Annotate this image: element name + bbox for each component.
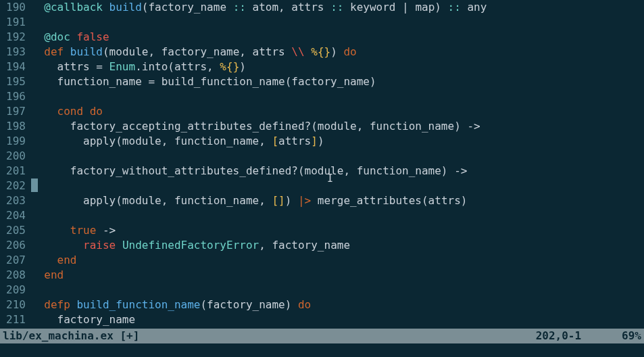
code-line[interactable]: factory_accepting_attributes_defined?(mo… — [31, 119, 644, 134]
code-area[interactable]: @callback build(factory_name :: atom, at… — [30, 0, 644, 327]
code-line[interactable] — [31, 149, 644, 164]
code-token: function_name = build_function_name(fact… — [31, 75, 376, 88]
line-number: 196 — [0, 89, 26, 104]
code-token: do — [90, 105, 103, 118]
code-token — [31, 224, 70, 237]
code-token: (module, factory_name, attrs — [103, 45, 291, 58]
code-token: \\ — [291, 45, 304, 58]
editor-viewport[interactable]: 1901911921931941951961971981992002012022… — [0, 0, 644, 327]
code-token: any — [461, 1, 487, 14]
code-token: end — [44, 268, 64, 281]
code-line[interactable]: end — [31, 253, 644, 268]
code-line[interactable]: @doc false — [31, 30, 644, 45]
code-line[interactable] — [31, 283, 644, 298]
line-number: 199 — [0, 134, 26, 149]
command-line[interactable] — [0, 343, 644, 357]
code-line[interactable]: factory_without_attributes_defined?(modu… — [31, 164, 644, 178]
line-number: 207 — [0, 253, 26, 268]
code-token: @callback — [31, 1, 103, 14]
code-line[interactable]: function_name = build_function_name(fact… — [31, 74, 644, 89]
line-number: 201 — [0, 164, 26, 178]
code-token: :: — [233, 1, 246, 14]
code-token: [ — [272, 135, 278, 147]
code-token: %{} — [220, 60, 239, 73]
code-token: factory_name — [31, 313, 135, 326]
line-number: 202 — [0, 178, 26, 193]
code-token — [70, 298, 77, 311]
code-token: ) — [330, 45, 343, 58]
code-token: defp — [44, 298, 70, 311]
status-bar: lib/ex_machina.ex [+] 202,0-1 69% — [0, 329, 644, 343]
code-line[interactable]: defp build_function_name(factory_name) d… — [31, 298, 644, 312]
code-token: merge_attributes(attrs) — [311, 194, 467, 207]
code-token: true — [70, 224, 97, 237]
code-token: cond — [57, 105, 84, 118]
code-line[interactable]: cond do — [31, 104, 644, 119]
code-token: @doc — [31, 30, 76, 43]
code-line[interactable]: raise UndefinedFactoryError, factory_nam… — [31, 238, 644, 253]
code-token: apply(module, function_name, — [31, 194, 272, 207]
code-token: , factory_name — [259, 239, 350, 252]
code-token: ] — [311, 135, 318, 147]
code-token: false — [76, 30, 109, 43]
code-token: [] — [272, 194, 284, 207]
code-token: build — [109, 1, 142, 14]
code-token — [64, 45, 70, 58]
code-token: factory_without_attributes_defined?(modu… — [31, 164, 467, 177]
code-token — [103, 1, 109, 14]
code-token: UndefinedFactoryError — [122, 239, 259, 252]
code-token: def — [44, 45, 64, 58]
code-token — [31, 298, 44, 311]
code-line[interactable] — [31, 208, 644, 223]
line-number: 205 — [0, 223, 26, 238]
line-number: 198 — [0, 119, 26, 134]
status-position: 202,0-1 — [536, 329, 581, 343]
line-number: 194 — [0, 60, 26, 74]
line-number: 195 — [0, 74, 26, 89]
code-line[interactable] — [31, 15, 644, 30]
code-token: %{} — [311, 45, 330, 58]
code-token — [31, 254, 57, 266]
code-line[interactable]: @callback build(factory_name :: atom, at… — [31, 0, 644, 15]
code-token: attrs = — [31, 60, 109, 73]
code-token — [305, 45, 312, 58]
code-line[interactable]: def build(module, factory_name, attrs \\… — [31, 45, 644, 60]
code-line[interactable]: apply(module, function_name, [attrs]) — [31, 134, 644, 149]
code-token — [31, 268, 44, 281]
line-number-gutter: 1901911921931941951961971981992002012022… — [0, 0, 30, 327]
line-number: 193 — [0, 45, 26, 60]
code-token: build_function_name — [76, 298, 200, 311]
code-line[interactable]: true -> — [31, 223, 644, 238]
code-token: :: — [330, 1, 343, 14]
line-number: 190 — [0, 0, 26, 15]
code-token: factory_accepting_attributes_defined?(mo… — [31, 120, 480, 133]
line-number: 206 — [0, 238, 26, 253]
code-token: do — [298, 298, 311, 311]
line-number: 191 — [0, 15, 26, 30]
code-token: | — [402, 1, 409, 14]
code-line[interactable]: apply(module, function_name, []) |> merg… — [31, 193, 644, 208]
code-token: :: — [448, 1, 461, 14]
line-number: 208 — [0, 268, 26, 283]
code-line[interactable] — [31, 178, 644, 193]
code-line[interactable] — [31, 89, 644, 104]
code-token: |> — [298, 194, 311, 207]
line-number: 197 — [0, 104, 26, 119]
line-number: 210 — [0, 298, 26, 312]
code-token: Enum — [109, 60, 136, 73]
line-number: 209 — [0, 283, 26, 298]
line-number: 203 — [0, 193, 26, 208]
code-token — [83, 105, 90, 118]
status-file: lib/ex_machina.ex [+] — [3, 329, 139, 343]
code-token: keyword — [343, 1, 402, 14]
code-token: -> — [96, 224, 116, 237]
code-token: ) — [318, 135, 324, 147]
status-percent: 69% — [622, 329, 641, 343]
code-line[interactable]: end — [31, 268, 644, 283]
code-token: ) — [239, 60, 246, 73]
code-token — [31, 239, 83, 252]
code-line[interactable]: attrs = Enum.into(attrs, %{}) — [31, 60, 644, 74]
code-line[interactable]: factory_name — [31, 312, 644, 327]
line-number: 204 — [0, 208, 26, 223]
code-token: ) — [285, 194, 298, 207]
